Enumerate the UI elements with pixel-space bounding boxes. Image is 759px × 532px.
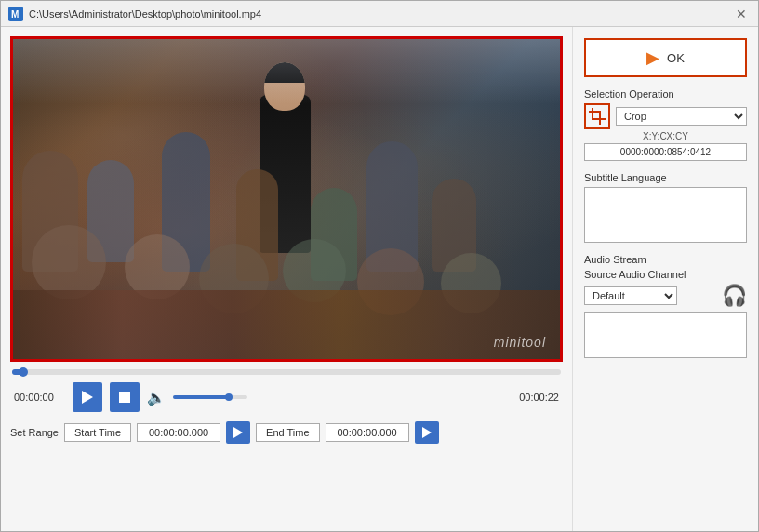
current-time: 00:00:00 [14, 392, 65, 403]
crop-icon [584, 103, 610, 129]
ok-label: OK [667, 51, 685, 65]
selection-operation-title: Selection Operation [584, 88, 747, 100]
video-container: minitool [10, 36, 563, 362]
title-bar-left: M C:\Users\Administrator\Desktop\photo\m… [8, 7, 261, 21]
play-button[interactable] [73, 382, 102, 412]
content-area: minitool 00:00:00 [1, 27, 758, 531]
svg-rect-3 [119, 392, 130, 403]
set-range-section: Set Range Start Time End Time [10, 419, 563, 446]
ok-button[interactable]: ▶ OK [584, 38, 747, 77]
window-title: C:\Users\Administrator\Desktop\photo\min… [29, 8, 261, 20]
crop-svg-icon [589, 108, 606, 125]
right-panel: ▶ OK Selection Operation Crop [572, 27, 758, 531]
end-time-input[interactable] [326, 423, 409, 442]
stop-button[interactable] [110, 382, 140, 412]
watermark: minitool [494, 335, 546, 350]
seek-bar[interactable] [12, 369, 561, 375]
selection-row: Crop [584, 103, 747, 129]
selection-operation-section: Selection Operation Crop X:Y:CX:CY 0000:… [584, 88, 747, 161]
start-time-button[interactable]: Start Time [64, 423, 131, 442]
start-play-button[interactable] [226, 421, 250, 444]
svg-marker-2 [82, 391, 93, 404]
volume-thumb [225, 393, 233, 401]
coord-value: 0000:0000:0854:0412 [584, 143, 747, 161]
audio-channel-select[interactable]: Default [584, 286, 677, 305]
ok-arrow-icon: ▶ [646, 47, 659, 68]
play-icon [82, 391, 93, 404]
svg-marker-5 [422, 427, 432, 438]
crop-select[interactable]: Crop [616, 107, 747, 126]
subtitle-section: Subtitle Language [584, 172, 747, 243]
video-background: minitool [13, 39, 560, 359]
volume-bar[interactable] [173, 395, 247, 399]
end-play-button[interactable] [415, 421, 439, 444]
crowd-bottom [13, 290, 560, 359]
end-time: 00:00:22 [519, 392, 559, 403]
set-range-label: Set Range [10, 427, 59, 438]
stop-icon [119, 392, 130, 403]
svg-marker-4 [233, 427, 243, 438]
sky-bg [13, 39, 560, 104]
audio-row: Default 🎧 [584, 284, 747, 308]
seek-bar-container [10, 369, 563, 375]
left-panel: minitool 00:00:00 [1, 27, 572, 531]
volume-icon: 🔈 [147, 389, 166, 406]
volume-fill [173, 395, 229, 399]
coord-label: X:Y:CX:CY [584, 131, 747, 141]
audio-section: Audio Stream Source Audio Channel Defaul… [584, 254, 747, 358]
start-play-icon [233, 427, 243, 438]
playback-controls: 00:00:00 🔈 00:00:22 [10, 382, 563, 412]
title-bar: M C:\Users\Administrator\Desktop\photo\m… [1, 1, 758, 27]
crowd-head-1 [32, 225, 106, 299]
seek-thumb [19, 367, 28, 377]
start-time-input[interactable] [137, 423, 220, 442]
audio-stream-title: Audio Stream [584, 254, 747, 265]
subtitle-title: Subtitle Language [584, 172, 747, 183]
app-icon: M [8, 7, 23, 21]
svg-text:M: M [11, 9, 19, 20]
close-button[interactable]: ✕ [732, 7, 751, 21]
audio-stream-box [584, 312, 747, 358]
end-play-icon [422, 427, 432, 438]
end-time-button[interactable]: End Time [256, 423, 319, 442]
source-audio-label: Source Audio Channel [584, 269, 747, 280]
headphone-icon: 🎧 [722, 284, 747, 308]
subtitle-box [584, 187, 747, 243]
main-window: M C:\Users\Administrator\Desktop\photo\m… [0, 0, 759, 532]
